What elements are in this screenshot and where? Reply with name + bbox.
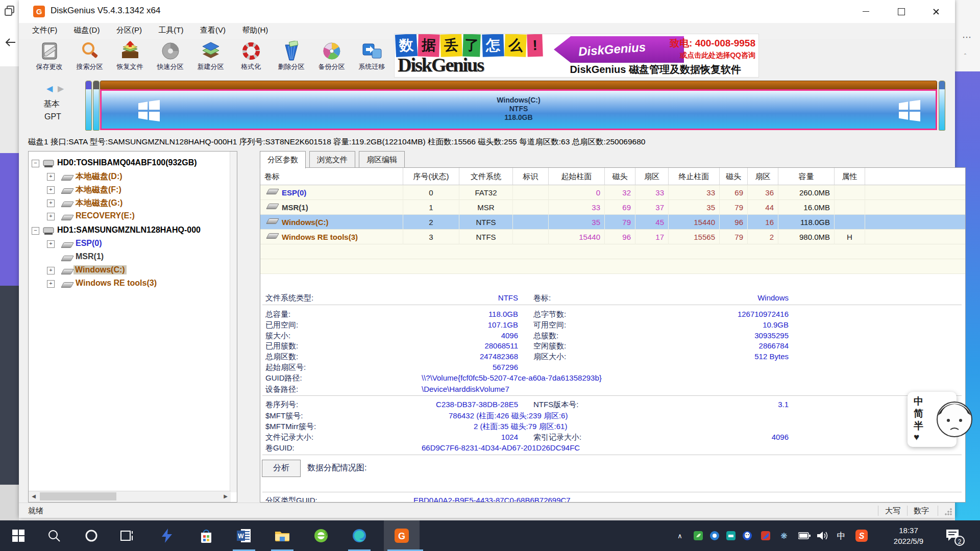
tree-vertical-scrollbar[interactable]: [230, 152, 237, 492]
col-header[interactable]: 磁头: [605, 168, 635, 185]
start-button[interactable]: [4, 520, 33, 551]
new-partition-button[interactable]: 新建分区: [190, 40, 231, 77]
save-changes-button[interactable]: 保存更改: [29, 40, 69, 77]
action-center-button[interactable]: 2: [945, 529, 961, 543]
menu-view[interactable]: 查看(V): [193, 23, 233, 38]
col-header[interactable]: 扇区: [748, 168, 778, 185]
ad-banner[interactable]: DiskGenius 数 据 丢 了 怎 么 ! DiskGenius 致电: …: [394, 34, 759, 78]
expand-box-icon[interactable]: +: [47, 213, 55, 220]
col-header[interactable]: 属性: [835, 168, 865, 185]
resize-grip[interactable]: [945, 508, 952, 515]
window-restore-icon[interactable]: [4, 5, 15, 16]
col-header[interactable]: 容量: [778, 168, 835, 185]
col-header[interactable]: 终止柱面: [669, 168, 720, 185]
expand-box-icon[interactable]: +: [47, 240, 55, 248]
taskbar-clock[interactable]: 18:37 2022/5/9: [880, 525, 937, 546]
expand-box-icon[interactable]: +: [47, 199, 55, 207]
expand-box-icon[interactable]: +: [47, 280, 55, 288]
scrollbar-thumb[interactable]: [40, 492, 116, 500]
minimize-button[interactable]: [850, 0, 881, 23]
scroll-left-icon[interactable]: ◀: [29, 491, 39, 502]
ime-simplified-char[interactable]: 简: [914, 407, 923, 420]
pinned-app-explorer[interactable]: [268, 520, 297, 551]
ime-halfwidth-char[interactable]: 半: [914, 419, 923, 433]
expand-box-icon[interactable]: +: [47, 173, 55, 181]
harddisk-icon: [43, 227, 54, 236]
pinned-app-edge[interactable]: [345, 520, 374, 551]
windows-c-partition-bar[interactable]: Windows(C:) NTFS 118.0GB: [100, 89, 937, 130]
tray-app-teal-icon[interactable]: [725, 530, 737, 542]
taskbar-search-button[interactable]: [40, 520, 68, 551]
tab-sector-edit[interactable]: 扇区编辑: [359, 151, 405, 167]
battery-icon[interactable]: [798, 530, 811, 542]
tree-horizontal-scrollbar[interactable]: ◀ ▶: [29, 491, 231, 502]
pinned-app-word[interactable]: W: [230, 520, 258, 551]
collapse-box-icon[interactable]: −: [32, 160, 39, 167]
more-icon[interactable]: ⋯: [962, 32, 971, 43]
expand-box-icon[interactable]: +: [47, 186, 55, 194]
col-header[interactable]: 起始柱面: [549, 168, 605, 185]
re-tools-partition-bar[interactable]: [939, 81, 945, 131]
close-button[interactable]: [920, 0, 952, 23]
tray-app-blue-circle-icon[interactable]: [708, 530, 721, 542]
tab-browse-files[interactable]: 浏览文件: [309, 151, 355, 167]
sogou-icon[interactable]: S: [855, 530, 868, 542]
col-header[interactable]: 卷标: [260, 168, 403, 185]
tray-app-qq-icon[interactable]: [741, 530, 753, 542]
tray-app-red-icon[interactable]: [760, 530, 772, 542]
pinned-app-store[interactable]: [192, 520, 220, 551]
task-view-button[interactable]: [113, 520, 142, 551]
tab-partition-params[interactable]: 分区参数: [260, 151, 306, 168]
menu-file[interactable]: 文件(F): [25, 23, 64, 38]
recover-files-button[interactable]: 恢复文件: [110, 40, 150, 77]
tray-app-green-icon[interactable]: [692, 530, 704, 542]
menu-help[interactable]: 帮助(H): [235, 23, 275, 38]
ime-mode-char[interactable]: 中: [914, 395, 923, 408]
quick-partition-button[interactable]: 快速分区: [150, 40, 190, 77]
menu-partition[interactable]: 分区(P): [109, 23, 149, 38]
collapse-icon[interactable]: ˆ: [964, 53, 966, 60]
partition-type-guid-label: 分区类型GUID:: [265, 496, 317, 503]
ime-indicator[interactable]: 中: [835, 530, 847, 542]
col-header[interactable]: 磁头: [720, 168, 748, 185]
col-header[interactable]: 扇区: [635, 168, 669, 185]
analyze-button[interactable]: 分析: [262, 460, 301, 477]
backup-partition-button[interactable]: 备份分区: [311, 40, 352, 77]
volume-icon[interactable]: [817, 530, 829, 542]
col-header[interactable]: 文件系统: [459, 168, 513, 185]
table-row-windows-c[interactable]: Windows(C:) 2 NTFS 35 79 45 15440 96 16 …: [260, 215, 965, 230]
snowflake-icon[interactable]: ❋: [778, 530, 790, 542]
tray-expand-icon[interactable]: ∧: [674, 530, 686, 542]
scroll-right-icon[interactable]: ▶: [220, 491, 231, 502]
partition-icon: [266, 233, 279, 239]
back-arrow-icon[interactable]: [4, 37, 16, 48]
table-row-msr[interactable]: MSR(1) 1 MSR 33 69 37 35 79 44 16.0MB: [260, 200, 965, 215]
next-disk-arrow-icon[interactable]: ▶: [58, 84, 64, 93]
banner-tagline: DiskGenius 磁盘管理及数据恢复软件: [570, 63, 741, 77]
menu-tools[interactable]: 工具(T): [151, 23, 190, 38]
esp-partition-bar[interactable]: [85, 81, 92, 131]
msr-partition-bar[interactable]: [93, 81, 100, 131]
system-migrate-button[interactable]: 系统迁移: [352, 40, 392, 77]
expand-box-icon[interactable]: +: [47, 267, 55, 274]
maximize-button[interactable]: [886, 0, 917, 23]
collapse-box-icon[interactable]: −: [32, 227, 39, 235]
prev-disk-arrow-icon[interactable]: ◀: [46, 84, 53, 93]
edge-icon: [352, 529, 366, 543]
cortana-button[interactable]: [77, 520, 106, 551]
menu-disk[interactable]: 磁盘(D): [67, 23, 107, 38]
table-row-windows-re[interactable]: Windows RE tools(3) 3 NTFS 15440 96 17 1…: [260, 230, 965, 244]
pinned-app-flash[interactable]: [153, 520, 181, 551]
table-row-esp[interactable]: ESP(0) 0 FAT32 0 32 33 33 69 36 260.0MB: [260, 185, 965, 200]
heart-icon[interactable]: ♥: [914, 432, 919, 443]
format-button[interactable]: 格式化: [231, 40, 271, 77]
banner-contact[interactable]: 致电: 400-008-9958 或点击此处选择QQ咨询: [670, 37, 755, 60]
pinned-app-360browser[interactable]: [307, 520, 335, 551]
ime-status-panel[interactable]: 中 简 半 ♥: [908, 392, 957, 447]
divider: [938, 506, 938, 516]
col-header[interactable]: 序号(状态): [403, 168, 459, 185]
delete-partition-button[interactable]: 删除分区: [271, 40, 311, 77]
col-header[interactable]: 标识: [513, 168, 549, 185]
search-partition-button[interactable]: 搜索分区: [69, 40, 110, 77]
taskbar-diskgenius-button[interactable]: G: [387, 520, 416, 551]
